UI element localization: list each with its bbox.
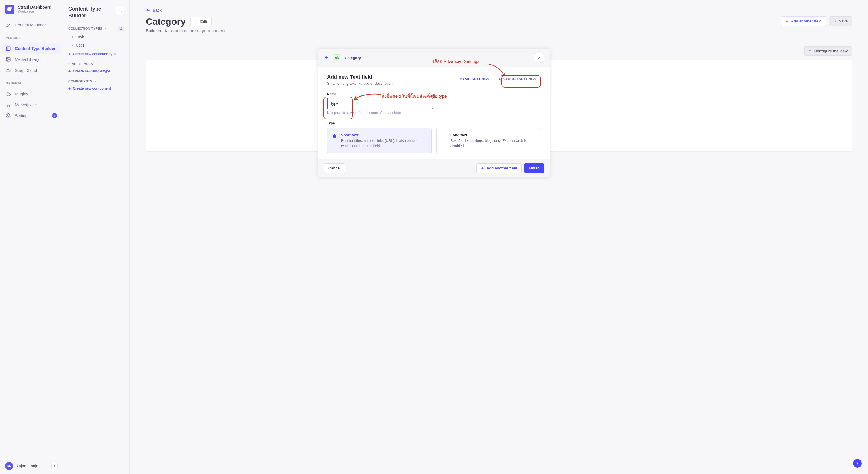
arrow-left-icon bbox=[324, 55, 329, 60]
add-field-modal: Ab Category Add new Text field Small or … bbox=[318, 48, 550, 177]
modal-breadcrumb: Category bbox=[345, 56, 361, 60]
cancel-label: Cancel bbox=[329, 166, 341, 170]
type-option-title: Long text bbox=[451, 133, 536, 137]
modal-title: Add new Text field bbox=[327, 74, 393, 80]
modal-close-button[interactable] bbox=[535, 53, 544, 62]
field-name-input[interactable] bbox=[327, 98, 433, 109]
type-option-short-text[interactable]: Short text Best for titles, names, links… bbox=[327, 128, 432, 153]
modal-overlay: Ab Category Add new Text field Small or … bbox=[0, 0, 868, 474]
modal-description: Small or long text like title or descrip… bbox=[327, 81, 393, 86]
modal-tabs: Basic settings Advanced settings bbox=[455, 74, 541, 84]
field-name-hint: No space is allowed for the name of the … bbox=[327, 111, 541, 115]
field-type-label: Type bbox=[327, 121, 541, 125]
type-option-desc: Best for titles, names, links (URL). It … bbox=[341, 139, 427, 149]
type-option-title: Short text bbox=[341, 133, 427, 137]
radio-icon bbox=[332, 134, 337, 139]
help-button[interactable]: ? bbox=[853, 459, 862, 468]
add-another-label: Add another field bbox=[487, 166, 517, 170]
close-icon bbox=[538, 56, 541, 59]
finish-button[interactable]: Finish bbox=[524, 164, 544, 173]
tab-basic-settings[interactable]: Basic settings bbox=[455, 75, 494, 84]
radio-icon bbox=[441, 134, 446, 139]
cancel-button[interactable]: Cancel bbox=[324, 164, 345, 173]
finish-label: Finish bbox=[529, 166, 539, 170]
type-option-long-text[interactable]: Long text Best for descriptions, biograp… bbox=[436, 128, 541, 153]
type-option-desc: Best for descriptions, biography. Exact … bbox=[451, 139, 536, 149]
modal-back-button[interactable] bbox=[324, 55, 329, 61]
field-type-pill: Ab bbox=[333, 54, 341, 61]
tab-advanced-settings[interactable]: Advanced settings bbox=[494, 75, 541, 84]
field-name-label: Name bbox=[327, 92, 541, 96]
modal-add-another-field-button[interactable]: Add another field bbox=[476, 164, 522, 173]
plus-icon bbox=[481, 167, 484, 170]
